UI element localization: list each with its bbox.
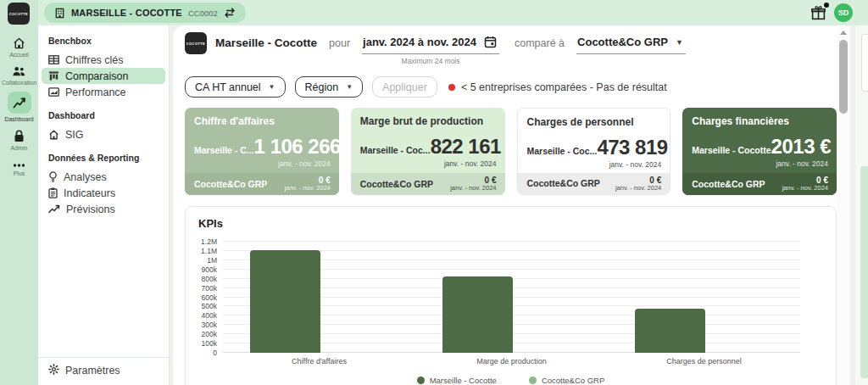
kpi-compare-period: janv. - nov. 2024 [782, 185, 828, 192]
y-axis-tick-label: 1.1M [201, 247, 217, 255]
user-avatar[interactable]: SD [834, 3, 853, 22]
apply-button[interactable]: Appliquer [372, 76, 437, 98]
kpis-chart-card: KPIs 0100k200k300k400k500k600k700k800k90… [185, 206, 837, 385]
chart-title: KPIs [198, 217, 836, 230]
y-axis-tick-label: 600k [202, 293, 217, 302]
legend-item[interactable]: Marseille - Cocotte [417, 376, 497, 385]
rail-item-admin[interactable]: Admin [0, 130, 38, 151]
sidebar-item-chiffres-cles[interactable]: Chiffres clés [42, 52, 165, 68]
kpi-entity: Marseille - Cocotte [692, 145, 771, 155]
sidebar-item-indicateurs[interactable]: Indicateurs [42, 185, 165, 201]
kpi-card-charges-personnel[interactable]: Charges de personnel Marseille - Coc... … [517, 108, 671, 195]
rail-item-label: Dashboard [4, 116, 33, 122]
y-axis-tick-label: 500k [202, 302, 217, 310]
compare-selector[interactable]: Cocotte&Co GRP ▼ [576, 32, 686, 54]
y-axis-tick-label: 100k [202, 339, 217, 348]
x-axis-category-label: Chiffre d'affaires [292, 357, 347, 365]
legend-item[interactable]: Cocotte&Co GRP [529, 376, 604, 385]
bar-chart-icon [48, 71, 59, 81]
clipboard-icon [48, 187, 58, 198]
y-axis-tick-label: 900k [202, 265, 217, 274]
lightbulb-icon [48, 171, 58, 182]
lock-icon [14, 130, 25, 142]
apply-button-label: Appliquer [382, 81, 427, 93]
x-axis-category-label: Charges de personnel [666, 357, 742, 365]
notification-dot [824, 3, 829, 8]
whats-new-gift-icon[interactable] [810, 5, 826, 21]
legend-dot [417, 377, 425, 384]
people-icon [12, 65, 26, 77]
metric-dropdown[interactable]: CA HT annuel ▼ [185, 76, 286, 98]
table-icon [48, 55, 59, 64]
kpi-period: janv. - nov. 2024 [194, 159, 331, 168]
kpi-card-title: Charges de personnel [527, 116, 662, 128]
x-axis-category-label: Marge de production [476, 357, 547, 365]
switch-company-icon[interactable] [224, 8, 236, 18]
region-dropdown[interactable]: Région ▼ [295, 76, 364, 98]
sidebar-item-parametres[interactable]: Paramètres [38, 357, 170, 385]
bar-Chiffre d'affaires[interactable] [250, 250, 320, 353]
sidebar-footer-label: Paramètres [65, 365, 120, 377]
sidebar-item-label: Indicateurs [64, 187, 115, 199]
home-icon [13, 37, 25, 49]
y-axis-tick-label: 1M [207, 256, 217, 265]
app-logo[interactable]: COCOTTE [8, 3, 30, 25]
kpi-compare-period: janv. - nov. 2024 [615, 185, 661, 192]
rail-item-label: Plus [14, 170, 25, 176]
kpi-compare-strip: Cocotte&Co GRP 0 € janv. - nov. 2024 [185, 173, 339, 195]
sidebar-item-sig[interactable]: SIG [42, 126, 165, 142]
kpi-value: 822 161 € [431, 135, 505, 159]
y-axis-tick-label: 800k [202, 275, 217, 283]
legend-label: Cocotte&Co GRP [542, 376, 604, 385]
chart-plot-area: 0100k200k300k400k500k600k700k800k900k1M1… [223, 242, 800, 353]
kpi-card-chiffre-daffaires[interactable]: Chiffre d'affaires Marseille - C... 1 10… [185, 108, 339, 195]
kpi-card-charges-financieres[interactable]: Charges financières Marseille - Cocotte … [682, 108, 837, 195]
y-axis-tick-label: 0 [213, 349, 217, 357]
company-logo: COCOTTE [185, 32, 207, 54]
kpi-compare-value: 0 € [615, 176, 661, 185]
kpi-card-title: Marge brut de production [360, 115, 497, 127]
kpi-value: 2013 € [771, 135, 831, 159]
rail-item-plus[interactable]: Plus [0, 163, 38, 176]
sidebar-item-label: Performance [65, 86, 126, 98]
kpi-value: 473 819 € [597, 136, 670, 159]
bar-Marge de production[interactable] [442, 276, 513, 353]
scrollbar-up-arrow[interactable] [840, 31, 847, 35]
period-selector[interactable]: janv. 2024 à nov. 2024 [362, 32, 499, 54]
comparison-header: COCOTTE Marseille - Cocotte pour janv. 2… [173, 25, 850, 65]
kpi-compare-strip: Cocotte&Co GRP 0 € janv. - nov. 2024 [682, 173, 837, 195]
sidebar-item-analyses[interactable]: Analyses [42, 169, 165, 185]
calendar-icon [484, 36, 497, 48]
legend-label: Marseille - Cocotte [430, 376, 497, 385]
header-compare-label: comparé à [515, 32, 565, 54]
app-screen: MARSEILLE - COCOTTE CC0002 SD COCOTTE Ac… [0, 0, 868, 385]
rail-item-label: Admin [11, 145, 28, 151]
gear-icon [48, 364, 59, 377]
period-hint: Maximum 24 mois [362, 57, 499, 65]
sidebar-item-performance[interactable]: Performance [42, 84, 165, 100]
bar-Charges de personnel[interactable] [635, 309, 705, 353]
header-company-name: Marseille - Cocotte [215, 32, 317, 54]
region-dropdown-label: Région [305, 81, 339, 93]
kpi-period: janv. - nov. 2024 [360, 159, 497, 168]
rail-item-collaboration[interactable]: Collaboration [0, 65, 38, 86]
chevron-down-icon: ▼ [269, 83, 275, 91]
main-panel: COCOTTE Marseille - Cocotte pour janv. 2… [173, 25, 850, 385]
warning-dot-icon [448, 84, 455, 91]
kpi-card-marge-brut[interactable]: Marge brut de production Marseille - Coc… [351, 108, 505, 195]
rail-item-dashboard[interactable]: Dashboard [0, 97, 38, 122]
company-pill-code: CC0002 [188, 8, 218, 18]
sidebar-item-previsions[interactable]: Prévisions [42, 201, 165, 217]
sidebar-item-label: SIG [65, 129, 84, 141]
rail-item-label: Collaboration [2, 80, 36, 86]
company-selector-pill[interactable]: MARSEILLE - COCOTTE CC0002 [44, 3, 246, 23]
dashboard-trend-icon [8, 92, 31, 114]
kpi-compare-period: janv. - nov. 2024 [284, 185, 330, 192]
kpi-entity: Marseille - Coc... [360, 145, 431, 155]
scrollbar-thumb[interactable] [839, 40, 848, 114]
chart-categories: Chiffre d'affairesMarge de productionCha… [223, 357, 800, 368]
vertical-scrollbar[interactable] [837, 26, 849, 385]
rail-item-accueil[interactable]: Accueil [0, 37, 38, 58]
kpi-compare-entity: Cocotte&Co GRP [527, 178, 600, 188]
sidebar-item-comparaison[interactable]: Comparaison [42, 68, 165, 84]
